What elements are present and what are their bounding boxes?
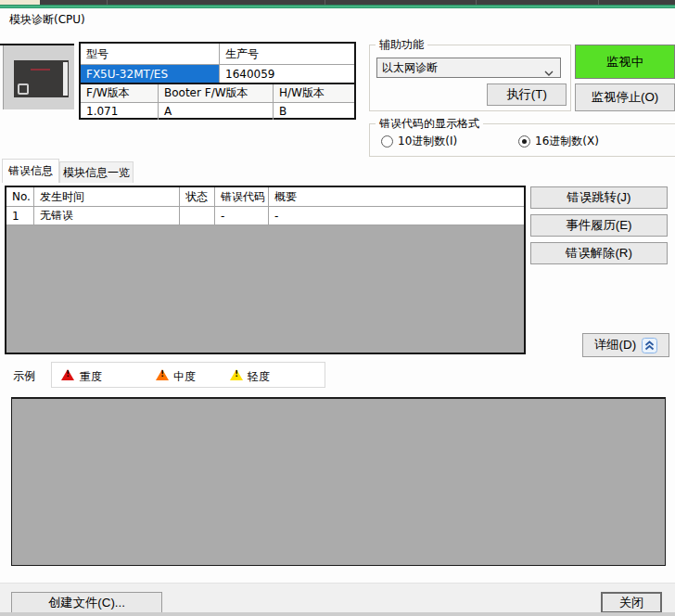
event-history-button[interactable]: 事件履历(E)	[530, 214, 668, 237]
serial-value-cell: 1640059	[220, 65, 354, 83]
minor-label: 轻度	[248, 369, 270, 385]
radio-hex[interactable]: 16进制数(X)	[518, 134, 599, 149]
table-row[interactable]: 1 无错误 - -	[6, 207, 524, 225]
booter-header-cell: Booter F/W版本	[159, 84, 274, 102]
monitoring-status-bar	[0, 5, 675, 8]
close-button[interactable]: 关闭	[601, 592, 662, 613]
plc-terminal-strip	[63, 62, 68, 96]
error-table-header: No. 发生时间 状态 错误代码 概要	[6, 187, 524, 207]
cell-time: 无错误	[34, 207, 180, 225]
create-file-button[interactable]: 创建文件(C)...	[11, 592, 162, 613]
col-code: 错误代码	[215, 187, 269, 207]
monitor-stop-button[interactable]: 监视停止(O)	[575, 83, 675, 111]
execute-button[interactable]: 执行(T)	[487, 83, 567, 106]
cell-status	[180, 207, 215, 225]
col-no: No.	[6, 187, 34, 207]
severe-warning-mark: !	[61, 367, 74, 379]
severe-label: 重度	[80, 369, 102, 385]
col-summary: 概要	[269, 187, 524, 207]
error-jump-button[interactable]: 错误跳转(J)	[530, 186, 668, 209]
aux-dropdown-value: 以太网诊断	[382, 60, 438, 76]
serial-header-cell: 生产号	[220, 44, 354, 64]
model-header-cell: 型号	[81, 44, 220, 64]
module-info-table: 型号 生产号 FX5U-32MT/ES 1640059 F/W版本 Booter…	[79, 42, 356, 120]
cell-code: -	[215, 207, 269, 225]
format-group-label: 错误代码的显示格式	[376, 116, 483, 132]
radio-decimal-circle[interactable]	[381, 135, 393, 148]
chevron-down-icon	[544, 66, 554, 79]
col-time: 发生时间	[34, 187, 180, 207]
module-image	[0, 44, 74, 109]
error-code-format-group: 错误代码的显示格式 10进制数(I) 16进制数(X)	[369, 123, 675, 157]
tab-module-info-list[interactable]: 模块信息一览	[59, 161, 134, 183]
model-value-cell[interactable]: FX5U-32MT/ES	[81, 65, 220, 83]
module-image-margin	[0, 45, 4, 109]
col-status: 状态	[180, 187, 215, 207]
tab-error-info[interactable]: 错误信息	[2, 159, 59, 183]
aux-group-label: 辅助功能	[376, 37, 427, 53]
plc-connector-icon	[18, 83, 29, 95]
footer-bar: 创建文件(C)... 关闭	[0, 583, 675, 616]
legend-label: 示例	[13, 368, 35, 384]
detail-button-label: 详细(D)	[594, 337, 636, 353]
minor-warning-mark: !	[230, 367, 243, 379]
booter-value-cell: A	[159, 103, 274, 120]
plc-red-stripe	[31, 69, 50, 71]
collapse-up-icon	[642, 338, 657, 353]
detail-button[interactable]: 详细(D)	[582, 333, 669, 357]
error-list-table: No. 发生时间 状态 错误代码 概要 1 无错误 - -	[5, 186, 526, 354]
window-bottom-edge	[0, 612, 675, 616]
hw-value-cell: B	[274, 103, 354, 120]
severity-legend: ! 重度 ! 中度 ! 轻度	[51, 362, 325, 388]
cell-summary: -	[269, 207, 524, 225]
moderate-label: 中度	[173, 369, 196, 385]
radio-hex-circle[interactable]	[518, 135, 530, 148]
fw-header-cell: F/W版本	[81, 84, 159, 102]
detail-panel	[11, 397, 666, 566]
error-clear-button[interactable]: 错误解除(R)	[530, 242, 668, 264]
radio-hex-label: 16进制数(X)	[535, 134, 599, 149]
cell-no: 1	[6, 207, 34, 225]
module-diagnostics-dialog: 模块诊断(CPU) 型号 生产号 FX5U-32MT/ES 1640059 F/…	[0, 0, 675, 616]
radio-decimal[interactable]: 10进制数(I)	[381, 134, 457, 149]
fw-value-cell: 1.071	[81, 103, 159, 120]
hw-header-cell: H/W版本	[274, 84, 354, 102]
monitoring-status-button[interactable]: 监视中	[575, 45, 675, 79]
moderate-warning-mark: !	[156, 367, 169, 379]
aux-function-group: 辅助功能 以太网诊断 执行(T)	[369, 45, 571, 111]
plc-unit-drawing	[14, 60, 69, 97]
aux-function-dropdown[interactable]: 以太网诊断	[376, 58, 561, 78]
radio-decimal-label: 10进制数(I)	[398, 134, 457, 149]
dialog-title: 模块诊断(CPU)	[9, 12, 85, 28]
